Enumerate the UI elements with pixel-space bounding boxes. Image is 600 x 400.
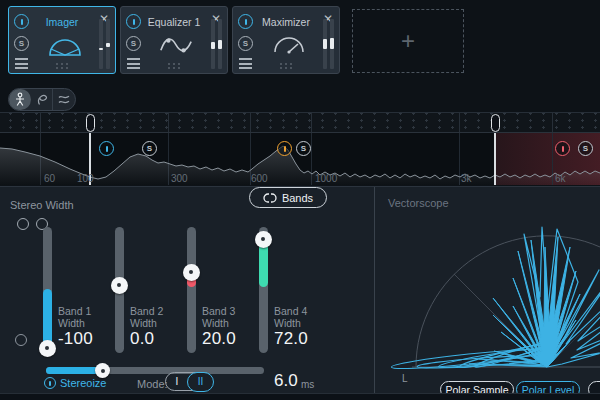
delay-value[interactable]: 6.0: [274, 371, 298, 391]
bottom-strip: [0, 393, 600, 400]
band4-solo-icon[interactable]: S: [578, 141, 593, 156]
band1-width-slider[interactable]: [43, 227, 52, 353]
lissajous-tool[interactable]: [31, 89, 53, 110]
bands-button[interactable]: Bands: [249, 187, 327, 208]
crossover-handle-2[interactable]: [491, 114, 500, 132]
maximizer-gauge-icon: [269, 33, 307, 59]
preset-list-icon[interactable]: [15, 58, 28, 69]
band2-slider-handle[interactable]: [111, 277, 128, 294]
meter-view-toolbar: [8, 88, 76, 111]
bands-button-label: Bands: [282, 192, 313, 204]
axis-label-left: L: [402, 373, 408, 384]
gridline: [40, 113, 41, 132]
module-title: Imager: [29, 16, 95, 28]
band4-value: 72.0: [274, 333, 308, 345]
band3-power-icon[interactable]: [277, 141, 292, 156]
gridline: [250, 113, 251, 132]
drag-grip-icon[interactable]: [280, 63, 295, 71]
power-icon[interactable]: [126, 14, 141, 29]
crossover-handle-1[interactable]: [86, 114, 95, 132]
band3-readout: Band 3Width 20.0: [202, 305, 236, 345]
band4-power-icon[interactable]: [555, 141, 570, 156]
power-icon[interactable]: [238, 14, 253, 29]
stereoize-label[interactable]: Stereoize: [60, 377, 106, 389]
polar-sample-tool[interactable]: [9, 89, 31, 110]
mode-label: Mode:: [137, 378, 168, 390]
spectrum-display[interactable]: 60 100 300 600 1000 3k 6k S S S: [0, 133, 600, 185]
band4-fill: [259, 242, 268, 287]
crossover-line-2[interactable]: [494, 133, 496, 185]
band3-width-slider[interactable]: [187, 227, 196, 353]
eq-curve-icon: [157, 33, 195, 59]
band2-readout: Band 2Width 0.0: [130, 305, 163, 345]
waves-icon: [57, 92, 71, 107]
stereoize-slider-handle[interactable]: [95, 363, 110, 378]
freq-label: 100: [77, 173, 94, 184]
stereoize-mode-switch: I II: [165, 372, 213, 391]
freq-label: 1000: [315, 173, 337, 184]
gridline: [168, 113, 169, 132]
panel-title: Stereo Width: [10, 199, 74, 211]
add-module-slot[interactable]: +: [352, 9, 464, 73]
solo-icon[interactable]: S: [126, 36, 141, 51]
band1-value: -100: [58, 333, 93, 345]
solo-icon[interactable]: S: [14, 36, 29, 51]
module-title: Equalizer 1: [141, 16, 207, 28]
band3-solo-icon[interactable]: S: [296, 141, 311, 156]
module-card-imager[interactable]: Imager ✕ S: [8, 6, 116, 74]
band1-readout: Band 1Width -100: [58, 305, 93, 345]
imager-gauge-icon: [43, 34, 87, 60]
freq-label: 300: [171, 173, 188, 184]
correlation-tool[interactable]: [52, 89, 75, 110]
freq-label: 3k: [461, 173, 472, 184]
module-title: Maximizer: [253, 16, 319, 28]
crossover-strip[interactable]: [0, 112, 600, 133]
band2-value: 0.0: [130, 333, 163, 345]
plus-icon: +: [401, 27, 415, 55]
meter-left: [99, 19, 103, 69]
solo-icon[interactable]: S: [238, 36, 253, 51]
band2-power-icon[interactable]: [99, 141, 114, 156]
band4-readout: Band 4Width 72.0: [274, 305, 308, 345]
mode-2-button[interactable]: II: [187, 372, 214, 392]
gridline: [552, 113, 553, 132]
stereoize-amount-slider[interactable]: [46, 367, 264, 374]
band3-value: 20.0: [202, 333, 236, 345]
loop-icon: [35, 92, 49, 107]
gridline: [459, 113, 460, 132]
band2-solo-icon[interactable]: S: [142, 141, 157, 156]
band3-slider-handle[interactable]: [183, 264, 200, 281]
recovery-circle-icon[interactable]: [15, 334, 27, 346]
meter-right: [106, 19, 110, 69]
stereoize-power-icon[interactable]: [44, 377, 56, 389]
freq-label: 6k: [555, 173, 566, 184]
plugin-window: Imager ✕ S Equalizer 1 ✕ S Maximizer ✕ S: [0, 0, 600, 400]
meter-left: [323, 19, 327, 69]
meter-right: [330, 19, 334, 69]
stick-figure-icon: [13, 92, 27, 107]
delay-unit: ms: [301, 379, 314, 390]
preset-list-icon[interactable]: [127, 58, 140, 69]
vectorscope-display: [374, 185, 600, 393]
power-icon[interactable]: [14, 14, 29, 29]
polar-level-shape: [391, 227, 600, 372]
drag-grip-icon[interactable]: [56, 63, 71, 71]
meter-right: [218, 19, 222, 69]
preset-list-icon[interactable]: [239, 58, 252, 69]
drag-grip-icon[interactable]: [168, 63, 183, 71]
freq-label: 600: [251, 173, 268, 184]
meter-left: [211, 19, 215, 69]
band1-slider-handle[interactable]: [39, 340, 56, 357]
freq-label: 60: [44, 173, 55, 184]
band4-slider-handle[interactable]: [255, 231, 272, 248]
gridline: [311, 113, 312, 132]
module-card-maximizer[interactable]: Maximizer ✕ S: [232, 6, 340, 74]
mode-1-button[interactable]: I: [166, 373, 188, 390]
link-icon: [263, 193, 277, 203]
stereo-link-icon-left[interactable]: [17, 218, 29, 230]
module-card-equalizer[interactable]: Equalizer 1 ✕ S: [120, 6, 228, 74]
